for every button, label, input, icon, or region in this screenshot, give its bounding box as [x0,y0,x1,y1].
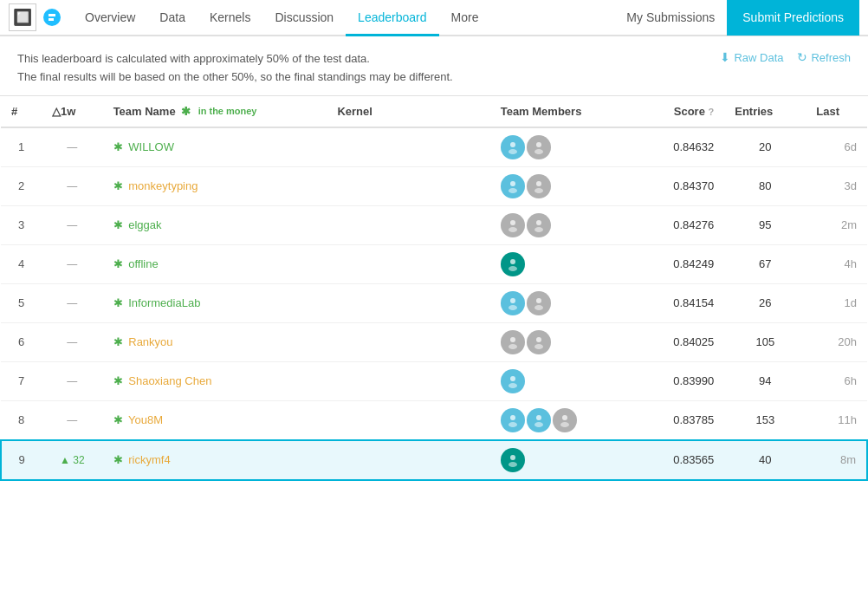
col-kernel: Kernel [327,96,489,127]
svg-point-10 [508,227,517,232]
cell-score: 0.84025 [623,322,725,361]
svg-point-2 [508,149,517,154]
cell-rank: 1 [1,127,42,167]
team-name-link[interactable]: rickymf4 [128,453,170,466]
cell-rank: 6 [1,322,42,361]
delta-neutral-indicator: — [67,336,77,348]
team-name-link[interactable]: InformediaLab [128,296,200,309]
nav-leaderboard[interactable]: Leaderboard [346,0,438,36]
team-name-link[interactable]: elggak [128,218,161,231]
submit-predictions-button[interactable]: Submit Predictions [727,0,859,36]
team-name-link[interactable]: WILLOW [128,140,174,153]
svg-point-3 [536,142,541,147]
download-icon: ⬇ [720,50,730,64]
cell-last: 8m [806,440,867,480]
table-row: 4— ✱ offline 0.84249674h [1,244,867,283]
my-submissions-button[interactable]: My Submissions [614,0,727,36]
leaderboard-table-wrap: # △1w Team Name ✱ in the money Kernel Te… [0,96,868,481]
score-help-icon[interactable]: ? [709,107,715,117]
svg-point-14 [508,266,517,271]
logo-box: 🔲 [9,3,36,31]
team-name-link[interactable]: monkeytyping [128,179,198,192]
cell-teamname: ✱ offline [103,244,327,283]
cell-kernel [327,283,489,322]
table-row: 2— ✱ monkeytyping 0.84370803d [1,166,867,205]
svg-point-7 [536,181,541,186]
cell-teamname: ✱ rickymf4 [103,440,327,480]
cell-delta: — [42,400,103,440]
cell-score: 0.83990 [623,361,725,400]
info-text: This leaderboard is calculated with appr… [17,50,453,87]
score-value: 0.83785 [673,413,714,426]
table-row: 9▲ 32 ✱ rickymf4 0.83565408m [1,440,867,480]
col-members: Team Members [490,96,623,127]
svg-point-31 [510,455,515,460]
table-row: 5— ✱ InformediaLab 0.84154261d [1,283,867,322]
row-in-money-icon: ✱ [113,413,123,426]
cell-delta: — [42,205,103,244]
delta-neutral-indicator: — [67,375,77,387]
avatar [501,252,525,276]
nav-more[interactable]: More [439,0,491,36]
nav-kernels[interactable]: Kernels [198,0,262,36]
col-last: Last [806,96,867,127]
team-name-link[interactable]: You8M [128,413,163,426]
cell-entries: 153 [724,400,806,440]
cell-entries: 40 [724,440,806,480]
cell-entries: 20 [724,127,806,167]
svg-point-28 [534,422,543,427]
cell-kernel [327,322,489,361]
svg-point-15 [510,298,515,303]
cell-teamname: ✱ monkeytyping [103,166,327,205]
nav-overview[interactable]: Overview [73,0,147,36]
team-name-link[interactable]: Rankyou [128,335,172,348]
team-name-link[interactable]: offline [128,257,158,270]
cell-kernel [327,205,489,244]
cell-last: 11h [806,400,867,440]
delta-neutral-indicator: — [67,414,77,426]
member-avatars [501,174,612,198]
cell-last: 6h [806,361,867,400]
score-label: Score [674,105,705,118]
svg-point-13 [510,259,515,264]
cell-kernel [327,166,489,205]
svg-point-11 [536,220,541,225]
svg-point-30 [560,422,569,427]
raw-data-button[interactable]: ⬇ Raw Data [720,50,783,64]
cell-rank: 3 [1,205,42,244]
cell-entries: 105 [724,322,806,361]
cell-last: 6d [806,127,867,167]
svg-point-6 [508,188,517,193]
colored-logo [40,5,64,29]
nav-data[interactable]: Data [147,0,198,36]
cell-members [490,166,623,205]
row-in-money-icon: ✱ [113,179,123,192]
row-in-money-icon: ✱ [113,257,123,270]
refresh-label: Refresh [811,51,851,64]
cell-score: 0.83785 [623,400,725,440]
refresh-icon: ↻ [797,50,807,64]
cell-entries: 80 [724,166,806,205]
info-actions: ⬇ Raw Data ↻ Refresh [720,50,851,64]
refresh-button[interactable]: ↻ Refresh [797,50,851,64]
nav-discussion[interactable]: Discussion [262,0,346,36]
svg-point-27 [536,415,541,420]
cell-members [490,400,623,440]
svg-point-17 [536,298,541,303]
table-row: 7— ✱ Shaoxiang Chen 0.83990946h [1,361,867,400]
avatar [527,174,551,198]
cell-teamname: ✱ You8M [103,400,327,440]
cell-teamname: ✱ Rankyou [103,322,327,361]
svg-point-32 [508,462,517,467]
score-value: 0.84025 [673,335,714,348]
table-row: 6— ✱ Rankyou 0.8402510520h [1,322,867,361]
score-value: 0.84249 [673,257,714,270]
svg-point-26 [508,422,517,427]
team-name-link[interactable]: Shaoxiang Chen [128,374,211,387]
cell-score: 0.84632 [623,127,725,167]
cell-rank: 9 [1,440,42,480]
info-section: This leaderboard is calculated with appr… [0,36,868,96]
avatar [501,135,525,159]
member-avatars [501,213,612,237]
svg-point-8 [534,188,543,193]
